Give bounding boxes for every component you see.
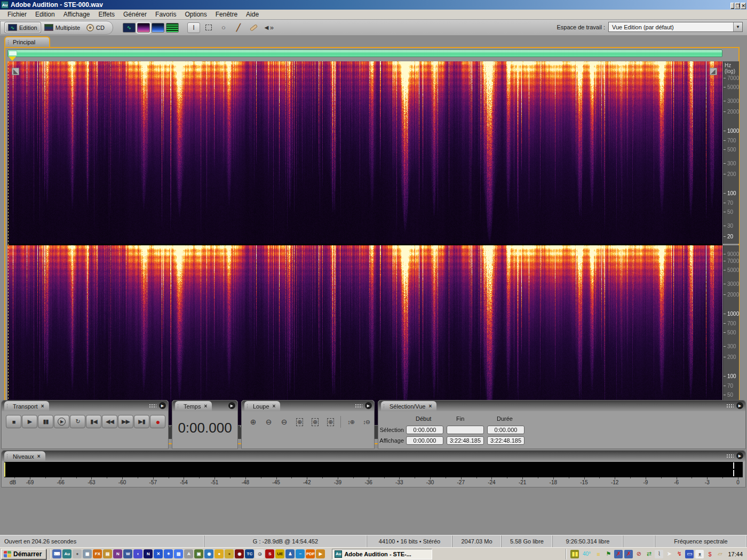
- selvue-affichage-début-field[interactable]: 0:00.000: [406, 436, 443, 445]
- fast-forward-button[interactable]: ▶▶: [118, 415, 133, 428]
- quicklaunch-sbp-icon[interactable]: S: [265, 549, 274, 558]
- quicklaunch-ue-icon[interactable]: UE: [275, 549, 284, 558]
- quicklaunch-xnview-icon[interactable]: ✶: [164, 549, 173, 558]
- selvue-affichage-durée-field[interactable]: 3:22:48.185: [487, 436, 525, 445]
- pause-button[interactable]: ▮▮: [38, 415, 53, 428]
- panel-menu-button[interactable]: ▶: [736, 402, 743, 409]
- stop-button[interactable]: ■: [6, 415, 21, 428]
- spot-healing-brush-tool[interactable]: [247, 22, 260, 33]
- zoom-in-horizontal-button[interactable]: ⊕: [246, 416, 260, 428]
- tab-principal[interactable]: Principal: [4, 36, 50, 47]
- zoom-to-selection-button[interactable]: ⊕: [292, 416, 307, 428]
- play-looped-button[interactable]: ↻: [70, 415, 85, 428]
- loupe-panel-tab[interactable]: Loupe ×: [244, 401, 280, 411]
- minimize-button[interactable]: _: [730, 3, 734, 9]
- time-selection-tool[interactable]: I: [187, 22, 200, 33]
- quicklaunch-clock-icon[interactable]: ◶: [255, 549, 264, 558]
- tray-bars-icon[interactable]: ≡: [594, 550, 602, 558]
- quicklaunch-acrobat-a-icon[interactable]: A: [184, 549, 193, 558]
- tray-temperature-icon[interactable]: 40°: [581, 550, 592, 558]
- restore-button[interactable]: ❐: [735, 3, 740, 9]
- overview-scroll-bar[interactable]: [7, 50, 722, 57]
- frequency-ruler-bottom[interactable]: 9000700050003000200010007005003002001007…: [723, 245, 739, 425]
- selvue-sélection-fin-field[interactable]: [447, 426, 484, 434]
- niveaux-tab[interactable]: Niveaux ×: [4, 451, 45, 461]
- tray-update-icon[interactable]: ⇄: [645, 550, 653, 558]
- lasso-selection-tool[interactable]: ○: [217, 22, 230, 33]
- quicklaunch-player-icon[interactable]: ▶: [316, 549, 325, 558]
- quicklaunch-planet-icon[interactable]: ◐: [133, 549, 142, 558]
- spectral-phase-view-button[interactable]: [166, 23, 179, 33]
- quicklaunch-ball-icon[interactable]: ●: [225, 549, 234, 558]
- edition-mode-button[interactable]: ∿Edition: [5, 22, 41, 33]
- quicklaunch-folder-icon[interactable]: ▤: [103, 549, 112, 558]
- tray-display-icon[interactable]: ▭: [685, 550, 694, 558]
- spectral-frequency-view-button[interactable]: [137, 23, 150, 33]
- zoom-selection-left-button[interactable]: ⊕: [308, 416, 322, 428]
- panel-menu-button[interactable]: ▶: [736, 452, 743, 459]
- chevron-down-icon[interactable]: ▼: [733, 22, 742, 31]
- effects-paintbrush-tool[interactable]: ╱: [232, 22, 245, 33]
- temps-panel-tab[interactable]: Temps ×: [175, 401, 212, 411]
- menu-aide[interactable]: Aide: [242, 10, 263, 19]
- quicklaunch-word-icon[interactable]: W: [123, 549, 132, 558]
- cd-mode-button[interactable]: CD: [84, 23, 107, 33]
- zoom-out-horizontal-button[interactable]: ⊖: [261, 416, 276, 428]
- quicklaunch-calculator-icon[interactable]: ▦: [83, 549, 92, 558]
- spectral-corner-handle-right-icon[interactable]: [710, 68, 717, 75]
- marquee-selection-tool[interactable]: [202, 22, 215, 33]
- menu-générer[interactable]: Générer: [119, 10, 151, 19]
- menu-favoris[interactable]: Favoris: [151, 10, 180, 19]
- tray-mouse-2-icon[interactable]: ᴥ: [695, 550, 704, 558]
- close-icon[interactable]: ×: [41, 403, 44, 409]
- task-button-audition[interactable]: Au Adobe Audition - STE-...: [332, 549, 432, 559]
- close-icon[interactable]: ×: [37, 453, 41, 459]
- tray-folder-icon[interactable]: ▱: [716, 550, 724, 558]
- quicklaunch-tc-icon[interactable]: TC: [245, 549, 254, 558]
- multipiste-mode-button[interactable]: Multipiste: [42, 23, 83, 32]
- play-from-cursor-button[interactable]: ▶: [54, 415, 69, 428]
- zoom-out-full-button[interactable]: ⊖: [277, 416, 291, 428]
- close-icon[interactable]: ×: [428, 403, 432, 409]
- quicklaunch-audition-icon[interactable]: Au: [62, 549, 71, 558]
- spectral-corner-handle-left-icon[interactable]: [12, 68, 19, 75]
- quicklaunch-pdf-icon[interactable]: PDF: [306, 549, 315, 558]
- start-button[interactable]: Démarrer: [1, 549, 46, 559]
- record-button[interactable]: ●: [150, 415, 165, 428]
- zoom-out-vertical-button[interactable]: ↕⊖: [359, 416, 374, 428]
- spectrogram-left-channel[interactable]: [7, 61, 722, 244]
- go-to-beginning-button[interactable]: ▮◀: [86, 415, 101, 428]
- playhead-marker-top-icon[interactable]: [9, 57, 16, 61]
- tray-network-off-1-icon[interactable]: ✗: [614, 550, 623, 558]
- tray-power-icon[interactable]: ↯: [675, 550, 684, 558]
- menu-fichier[interactable]: Fichier: [3, 10, 31, 19]
- quicklaunch-user-icon[interactable]: ♟: [285, 549, 295, 558]
- frequency-ruler-top[interactable]: Hz (log) 7000500030002000100070050030020…: [723, 61, 739, 244]
- panel-menu-button[interactable]: ▶: [365, 402, 372, 409]
- rewind-button[interactable]: ◀◀: [102, 415, 117, 428]
- workspace-dropdown[interactable]: Vue Edition (par défaut) ▼: [608, 22, 743, 32]
- transport-panel-tab[interactable]: Transport ×: [4, 401, 49, 411]
- tray-money-icon[interactable]: $: [705, 550, 714, 558]
- quicklaunch-ticket-icon[interactable]: ▨: [174, 549, 183, 558]
- quicklaunch-netscape-icon[interactable]: N: [144, 549, 153, 558]
- tray-flag-icon[interactable]: ⚑: [604, 550, 613, 558]
- zoom-in-vertical-button[interactable]: ↕⊕: [344, 416, 358, 428]
- zoom-selection-right-button[interactable]: ⊕: [323, 416, 338, 428]
- tray-pause-indicator-icon[interactable]: ▮▮: [570, 550, 579, 558]
- quicklaunch-bird-icon[interactable]: ~: [296, 549, 305, 558]
- quicklaunch-sphere-icon[interactable]: ●: [73, 549, 82, 558]
- menu-options[interactable]: Options: [180, 10, 211, 19]
- panel-menu-button[interactable]: ▶: [228, 402, 235, 409]
- spectral-pan-view-button[interactable]: [152, 23, 164, 33]
- tray-pointer-icon[interactable]: ➤: [665, 550, 673, 558]
- close-button[interactable]: ✕: [741, 3, 746, 9]
- panel-menu-button[interactable]: ▶: [159, 402, 166, 409]
- play-button[interactable]: ▶: [22, 415, 37, 428]
- quicklaunch-media-icon[interactable]: ▣: [194, 549, 203, 558]
- close-icon[interactable]: ×: [204, 403, 207, 409]
- tray-mouse-icon[interactable]: ⌇: [655, 550, 663, 558]
- level-meter[interactable]: [4, 462, 743, 477]
- selvue-sélection-début-field[interactable]: 0:00.000: [406, 426, 443, 434]
- menu-affichage[interactable]: Affichage: [59, 10, 94, 19]
